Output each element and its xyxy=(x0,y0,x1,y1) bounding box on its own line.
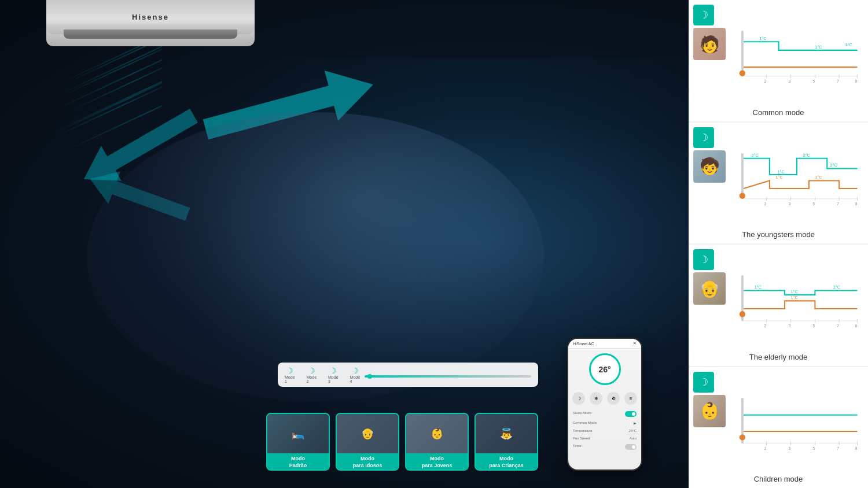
mode-icon-2[interactable]: ☽ Mode 2 xyxy=(307,366,317,383)
mode-card-youngsters-content: ☽ 🧒 2 3 5 7 xyxy=(693,127,863,228)
phone-header: HiSmart AC ✕ xyxy=(568,339,641,349)
phone-menu-temp-value: 26°C xyxy=(629,429,637,432)
moon-icon-2: ☽ xyxy=(308,366,315,375)
mode-selector-bar[interactable]: ☽ Mode 1 ☽ Mode 2 ☽ Mode 3 ☽ Mode 4 xyxy=(278,363,538,387)
svg-text:7: 7 xyxy=(837,324,839,328)
moon-icon-3: ☽ xyxy=(329,366,337,375)
mode-title-children: Children mode xyxy=(693,475,863,483)
svg-text:2: 2 xyxy=(764,324,767,328)
moon-icon-1: ☽ xyxy=(286,366,293,375)
phone-menu-sleep: Sleep Mode xyxy=(573,409,637,419)
phone-controls-row: ☽ ❄ ⚙ ≡ xyxy=(568,390,641,407)
moon-badge-elderly: ☽ xyxy=(693,249,714,270)
chart-elderly: 2 3 5 7 8 1°C 1°C 1°C 1°C xyxy=(730,249,863,350)
svg-text:3: 3 xyxy=(789,324,791,328)
mode-icon-4[interactable]: ☽ Mode 4 xyxy=(350,366,361,383)
mode-card-children: ☽ 👶 2 3 5 7 xyxy=(689,367,868,489)
mode-card-children-content: ☽ 👶 2 3 5 7 xyxy=(693,372,863,473)
mode-slider[interactable] xyxy=(365,375,531,378)
mode-icon-1[interactable]: ☽ Mode 1 xyxy=(285,366,295,383)
chart-youngsters: 2 3 5 7 8 2°C 1°C 2°C 2°C 1°C xyxy=(730,127,863,228)
chart-common: 2 3 5 7 8 1°C 1°C 1°C xyxy=(730,5,863,106)
thumb-image-young: 👶 xyxy=(406,414,468,453)
person-thumb-children: 👶 xyxy=(693,395,726,427)
mode-label-1: Mode 1 xyxy=(285,375,295,383)
mode-thumb-elderly[interactable]: 👴 Modopara Idosos xyxy=(336,413,399,471)
smartphone: HiSmart AC ✕ 26° ☽ ❄ ⚙ ≡ Sleep Mode Comm… xyxy=(567,338,642,471)
svg-text:5: 5 xyxy=(813,79,815,83)
phone-menu-timer-label: Timer xyxy=(573,444,582,450)
chart-svg-youngsters: 2 3 5 7 8 2°C 1°C 2°C 2°C 1°C xyxy=(730,127,863,228)
svg-text:3: 3 xyxy=(789,202,791,206)
mode-label-2: Mode 2 xyxy=(307,375,317,383)
chart-children: 2 3 5 7 8 xyxy=(730,372,863,473)
svg-text:8: 8 xyxy=(855,446,858,450)
mode-thumb-young[interactable]: 👶 Modopara Jovens xyxy=(405,413,469,471)
thumb-label-elderly: Modopara Idosos xyxy=(337,453,398,471)
phone-menu-fan-value: Auto xyxy=(630,437,637,440)
phone-menu-common-value: ▶ xyxy=(634,421,637,425)
phone-mode-btn-3[interactable]: ⚙ xyxy=(607,392,620,405)
svg-text:2°C: 2°C xyxy=(803,152,810,157)
svg-text:1°C: 1°C xyxy=(791,295,798,300)
mode-thumb-standard[interactable]: 🛌 ModoPadrão xyxy=(266,413,330,471)
mode-title-common: Common mode xyxy=(693,108,863,117)
ac-vent-strip xyxy=(46,24,255,34)
phone-sleep-toggle[interactable] xyxy=(625,411,637,417)
chart-svg-children: 2 3 5 7 8 xyxy=(730,372,863,473)
svg-rect-12 xyxy=(741,31,744,76)
svg-text:2°C: 2°C xyxy=(830,162,837,168)
moon-icon-children: ☽ xyxy=(699,376,708,389)
svg-text:1°C: 1°C xyxy=(778,169,785,174)
svg-text:1°C: 1°C xyxy=(759,36,766,41)
moon-badge-children: ☽ xyxy=(693,372,714,393)
mode-label-3: Mode 3 xyxy=(328,375,339,383)
phone-temperature-display[interactable]: 26° xyxy=(589,353,621,385)
phone-menu-common-label: Common Mode xyxy=(573,421,597,425)
moon-badge-common: ☽ xyxy=(693,5,714,25)
svg-text:1°C: 1°C xyxy=(845,42,852,47)
phone-mode-btn-1[interactable]: ☽ xyxy=(572,392,585,405)
mode-card-elderly-images: ☽ 👴 xyxy=(693,249,728,350)
mode-card-common: ☽ 🧑 2 3 xyxy=(689,0,868,123)
mode-card-youngsters-images: ☽ 🧒 xyxy=(693,127,728,228)
svg-text:7: 7 xyxy=(837,79,839,83)
phone-temp-value: 26° xyxy=(598,365,610,374)
svg-rect-29 xyxy=(741,153,744,198)
svg-text:1°C: 1°C xyxy=(815,45,822,50)
mode-card-elderly: ☽ 👴 2 3 5 7 xyxy=(689,245,868,367)
svg-text:3: 3 xyxy=(789,446,791,450)
mode-icons-row: ☽ Mode 1 ☽ Mode 2 ☽ Mode 3 ☽ Mode 4 xyxy=(285,366,360,383)
svg-text:7: 7 xyxy=(837,202,839,206)
mode-card-elderly-content: ☽ 👴 2 3 5 7 xyxy=(693,249,863,350)
mode-thumbnails-row: 🛌 ModoPadrão 👴 Modopara Idosos 👶 Modopar… xyxy=(266,413,538,471)
svg-point-36 xyxy=(740,193,745,198)
phone-close-icon: ✕ xyxy=(633,341,637,346)
phone-menu: Sleep Mode Common Mode ▶ Temperature 26°… xyxy=(568,407,641,469)
mode-card-common-images: ☽ 🧑 xyxy=(693,5,728,106)
svg-text:8: 8 xyxy=(855,202,858,206)
person-thumb-elderly: 👴 xyxy=(693,272,726,305)
ac-brand-text: Hisense xyxy=(132,13,169,21)
thumb-image-children: 👼 xyxy=(476,414,537,453)
thumb-image-standard: 🛌 xyxy=(267,414,329,453)
svg-text:2°C: 2°C xyxy=(752,152,759,157)
moon-icon-elderly: ☽ xyxy=(699,253,708,266)
svg-text:7: 7 xyxy=(837,446,839,450)
mode-icon-3[interactable]: ☽ Mode 3 xyxy=(328,366,339,383)
mode-label-4: Mode 4 xyxy=(350,375,361,383)
phone-screen: HiSmart AC ✕ 26° ☽ ❄ ⚙ ≡ Sleep Mode Comm… xyxy=(568,339,641,469)
phone-app-title: HiSmart AC xyxy=(573,342,594,346)
right-panel: ☽ 🧑 2 3 xyxy=(689,0,868,488)
phone-mode-btn-2[interactable]: ❄ xyxy=(590,392,602,405)
phone-mode-btn-4[interactable]: ≡ xyxy=(624,392,637,405)
svg-text:5: 5 xyxy=(813,202,815,206)
svg-text:1°C: 1°C xyxy=(755,284,762,290)
phone-menu-temp: Temperature 26°C xyxy=(573,427,637,435)
mode-card-youngsters: ☽ 🧒 2 3 5 7 xyxy=(689,123,868,245)
mode-card-children-images: ☽ 👶 xyxy=(693,372,728,473)
thumb-image-elderly: 👴 xyxy=(337,414,398,453)
phone-timer-toggle[interactable] xyxy=(625,444,637,450)
svg-text:8: 8 xyxy=(855,79,858,83)
mode-thumb-children[interactable]: 👼 Modopara Crianças xyxy=(475,413,538,471)
